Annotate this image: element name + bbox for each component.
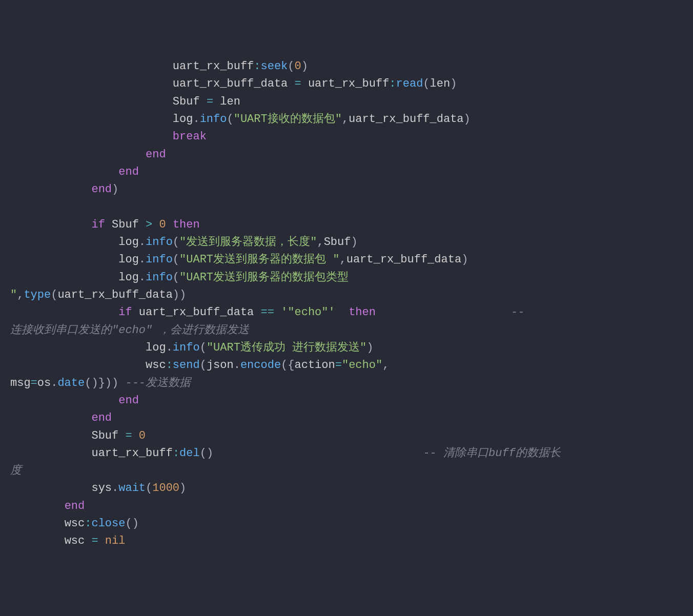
code-line: log.info("UART发送到服务器的数据包 ",uart_rx_buff_… [10, 253, 468, 266]
code-line: end [10, 166, 139, 178]
code-line: wsc:close() [10, 517, 139, 530]
code-line: end [10, 500, 85, 512]
code-line: wsc:send(json.encode({action="echo", [10, 359, 389, 372]
code-line: wsc = nil [10, 535, 125, 547]
code-line: uart_rx_buff:seek(0) [10, 60, 308, 73]
code-line: 连接收到串口发送的"echo" ，会进行数据发送 [10, 324, 249, 337]
code-line: if Sbuf > 0 then [10, 218, 200, 231]
code-line: end [10, 148, 166, 161]
code-line: ",type(uart_rx_buff_data)) [10, 289, 186, 301]
code-line: end [10, 412, 112, 424]
code-line: 度 [10, 464, 22, 477]
code-line: Sbuf = 0 [10, 429, 146, 442]
code-line: Sbuf = len [10, 95, 240, 108]
code-line: log.info("UART接收的数据包",uart_rx_buff_data) [10, 113, 471, 126]
code-line: log.info("UART发送到服务器的数据包类型 [10, 271, 355, 284]
code-editor[interactable]: uart_rx_buff:seek(0) uart_rx_buff_data =… [10, 58, 683, 550]
code-line: uart_rx_buff_data = uart_rx_buff:read(le… [10, 77, 457, 90]
code-line: break [10, 130, 207, 143]
code-line: log.info("UART透传成功 进行数据发送") [10, 341, 374, 354]
code-line: if uart_rx_buff_data == '"echo"' then -- [10, 306, 524, 319]
code-line: log.info("发送到服务器数据，长度",Sbuf) [10, 236, 358, 249]
code-line: end [10, 394, 139, 407]
code-line: uart_rx_buff:del() -- 清除串口buff的数据长 [10, 447, 561, 460]
code-line: sys.wait(1000) [10, 482, 186, 495]
code-line: msg=os.date()})) ---发送数据 [10, 377, 191, 389]
code-line: end) [10, 183, 118, 196]
